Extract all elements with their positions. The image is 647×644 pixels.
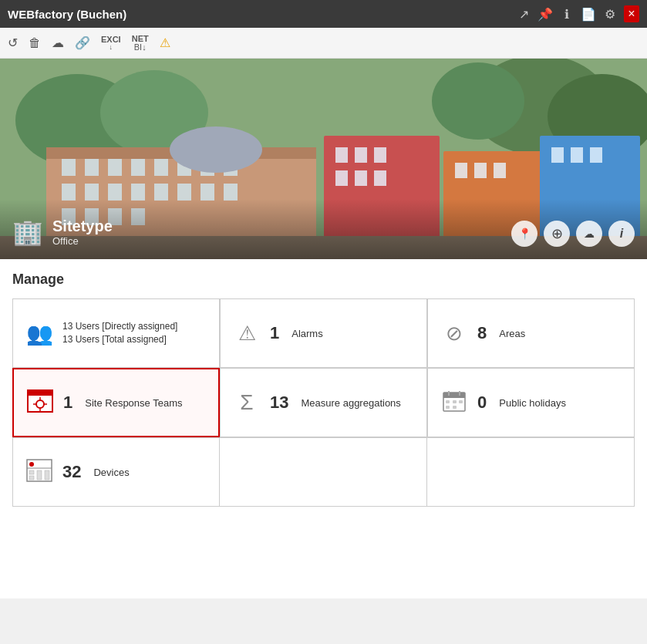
svg-rect-68 bbox=[45, 470, 49, 480]
aggregations-count: 13 bbox=[270, 393, 288, 413]
srt-icon bbox=[26, 389, 54, 416]
close-button[interactable]: × bbox=[624, 5, 639, 22]
svg-rect-54 bbox=[443, 393, 465, 398]
empty-cell-2 bbox=[427, 437, 635, 507]
sitedesc-label: Office bbox=[52, 235, 113, 247]
main-content: Manage 👥 13 Users [Directly assigned] 13… bbox=[0, 259, 647, 598]
users-info: 13 Users [Directly assigned] 13 Users [T… bbox=[62, 320, 177, 346]
svg-rect-47 bbox=[28, 390, 52, 396]
export-icon[interactable]: ↗ bbox=[516, 7, 531, 22]
delete-icon[interactable]: 🗑 bbox=[29, 36, 41, 50]
svg-rect-65 bbox=[29, 470, 34, 474]
settings-icon[interactable]: ⚙ bbox=[602, 7, 618, 22]
location-button[interactable]: 📍 bbox=[511, 221, 537, 247]
alarms-card[interactable]: ⚠ 1 Alarms bbox=[220, 298, 427, 368]
sigma-icon: Σ bbox=[233, 390, 261, 415]
net-bi-icon[interactable]: NET BI↓ bbox=[132, 35, 149, 52]
hero-info: 🏢 Sitetype Office bbox=[12, 217, 113, 247]
info-button[interactable]: i bbox=[608, 221, 635, 247]
crosshair-button[interactable]: ⊕ bbox=[544, 221, 570, 247]
svg-rect-66 bbox=[29, 476, 34, 480]
devices-label: Devices bbox=[93, 467, 129, 478]
empty-cell-1 bbox=[220, 437, 427, 507]
devices-count: 32 bbox=[62, 462, 81, 482]
alert-icon[interactable]: ⚠ bbox=[160, 35, 170, 50]
hero-actions: 📍 ⊕ ☁ i bbox=[511, 221, 635, 247]
svg-rect-67 bbox=[37, 470, 42, 480]
app-title: WEBfactory (Buchen) bbox=[8, 8, 126, 21]
users-total-label: 13 Users [Total assigned] bbox=[62, 333, 177, 346]
svg-rect-58 bbox=[453, 400, 457, 403]
users-direct-label: 13 Users [Directly assigned] bbox=[62, 320, 177, 333]
cards-grid-row3: 32 Devices bbox=[12, 437, 635, 507]
aggregations-label: Measure aggregations bbox=[301, 397, 400, 409]
app-header: WEBfactory (Buchen) ↗ 📌 ℹ 📄 ⚙ × bbox=[0, 0, 647, 28]
svg-rect-59 bbox=[459, 400, 463, 403]
svg-rect-60 bbox=[446, 406, 450, 409]
header-icon-group: ↗ 📌 ℹ 📄 ⚙ × bbox=[516, 5, 639, 22]
holidays-count: 0 bbox=[477, 393, 487, 413]
srt-card[interactable]: 1 Site Response Teams bbox=[12, 368, 220, 437]
excel-icon[interactable]: EXCI ↓ bbox=[101, 35, 121, 51]
aggregations-card[interactable]: Σ 13 Measure aggregations bbox=[220, 368, 427, 437]
hero-image: 🏢 Sitetype Office 📍 ⊕ ☁ i bbox=[0, 59, 647, 259]
link-icon[interactable]: 🔗 bbox=[75, 35, 90, 50]
srt-label: Site Response Teams bbox=[85, 397, 182, 409]
areas-count: 8 bbox=[477, 323, 487, 343]
alarms-label: Alarms bbox=[291, 328, 322, 339]
building-icon: 🏢 bbox=[12, 217, 43, 247]
pin-icon[interactable]: 📌 bbox=[537, 7, 553, 22]
hero-text: Sitetype Office bbox=[52, 217, 113, 247]
info-circle-icon[interactable]: ℹ bbox=[559, 7, 575, 22]
areas-card[interactable]: ⊘ 8 Areas bbox=[427, 298, 635, 368]
cloud-icon[interactable]: ☁ bbox=[52, 35, 64, 50]
calendar-icon bbox=[440, 390, 468, 415]
cards-grid-row1: 👥 13 Users [Directly assigned] 13 Users … bbox=[12, 298, 635, 368]
users-icon: 👥 bbox=[25, 321, 53, 346]
areas-label: Areas bbox=[499, 328, 525, 339]
users-card[interactable]: 👥 13 Users [Directly assigned] 13 Users … bbox=[12, 298, 220, 368]
sitetype-label: Sitetype bbox=[52, 217, 113, 235]
svg-rect-61 bbox=[453, 406, 457, 409]
warning-icon: ⚠ bbox=[233, 322, 261, 346]
devices-card[interactable]: 32 Devices bbox=[12, 437, 220, 507]
srt-count: 1 bbox=[63, 393, 72, 413]
holidays-card[interactable]: 0 Public holidays bbox=[427, 368, 635, 437]
reset-icon[interactable]: ↺ bbox=[8, 35, 18, 50]
document-icon[interactable]: 📄 bbox=[581, 7, 596, 22]
holidays-label: Public holidays bbox=[499, 397, 566, 409]
svg-rect-57 bbox=[446, 400, 450, 403]
toolbar: ↺ 🗑 ☁ 🔗 EXCI ↓ NET BI↓ ⚠ bbox=[0, 28, 647, 59]
areas-icon: ⊘ bbox=[440, 322, 468, 346]
device-icon bbox=[25, 459, 53, 485]
cards-grid-row2: 1 Site Response Teams Σ 13 Measure aggre… bbox=[12, 368, 635, 437]
alarms-count: 1 bbox=[270, 323, 279, 343]
manage-title: Manage bbox=[12, 271, 635, 288]
svg-point-63 bbox=[29, 462, 34, 467]
weather-button[interactable]: ☁ bbox=[576, 221, 602, 247]
